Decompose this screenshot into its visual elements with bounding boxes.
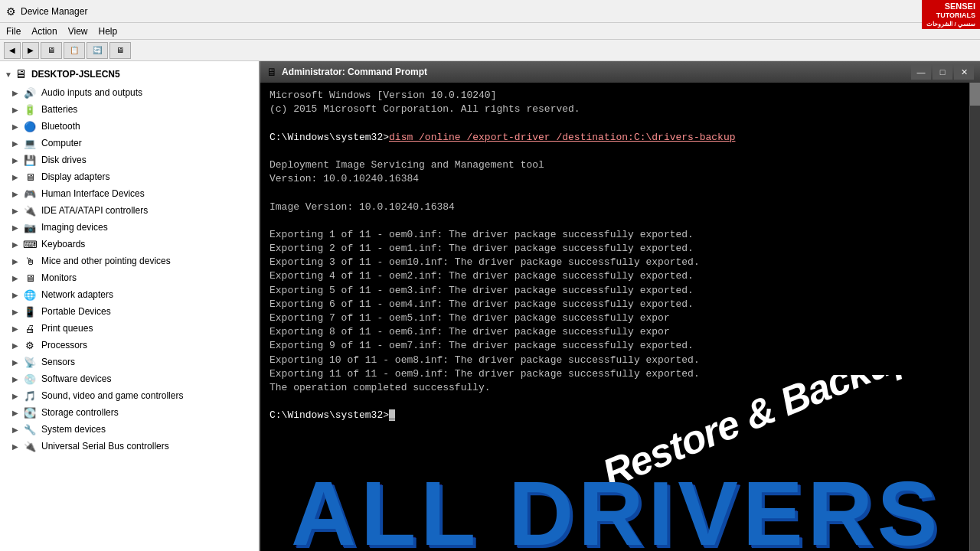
cmd-maximize-button[interactable]: □ (933, 64, 952, 80)
all-drivers-text: ALL DRIVERS (291, 468, 942, 551)
tree-item-network[interactable]: ▶ 🌐 Network adapters (0, 286, 259, 303)
icon-sound: 🎵 (23, 389, 37, 403)
tree-item-display[interactable]: ▶ 🖥 Display adapters (0, 168, 259, 185)
menu-help[interactable]: Help (99, 26, 118, 37)
menu-action[interactable]: Action (31, 26, 57, 37)
cmd-export-2: Exporting 2 of 11 - oem1.inf: The driver… (270, 242, 965, 256)
arrow-diskdrives: ▶ (12, 156, 20, 165)
arrow-keyboards: ▶ (12, 240, 20, 249)
root-label: DESKTOP-JSLECN5 (31, 69, 120, 80)
dm-panel: ▼ 🖥 DESKTOP-JSLECN5 ▶ 🔊 Audio inputs and… (0, 61, 260, 551)
icon-diskdrives: 💾 (23, 153, 37, 167)
tree-item-ide[interactable]: ▶ 🔌 IDE ATA/ATAPI controllers (0, 202, 259, 219)
cmd-line-imgver: Image Version: 10.0.10240.16384 (270, 201, 965, 214)
toolbar-btn-scan[interactable]: 🖥 (109, 42, 131, 59)
tree-item-keyboards[interactable]: ▶ ⌨ Keyboards (0, 236, 259, 253)
icon-mice: 🖱 (23, 254, 37, 268)
cmd-line-blank3 (270, 186, 965, 200)
toolbar-btn-back[interactable]: ◀ (4, 42, 21, 59)
tree-item-usb[interactable]: ▶ 🔌 Universal Serial Bus controllers (0, 438, 259, 455)
cmd-export-9: Exporting 9 of 11 - oem7.inf: The driver… (270, 339, 965, 353)
icon-monitors: 🖥 (23, 271, 37, 285)
icon-computer: 💻 (23, 136, 37, 150)
toolbar-btn-properties[interactable]: 📋 (64, 42, 85, 59)
icon-software: 💿 (23, 372, 37, 386)
cmd-export-6: Exporting 6 of 11 - oem4.inf: The driver… (270, 298, 965, 311)
dm-titlebar: ⚙ Device Manager SENSEI TUTORIALS سنسي /… (0, 0, 980, 23)
dm-root-row[interactable]: ▼ 🖥 DESKTOP-JSLECN5 (0, 64, 259, 84)
menu-file[interactable]: File (6, 26, 21, 37)
cmd-line-blank2 (270, 145, 965, 158)
tree-item-software[interactable]: ▶ 💿 Software devices (0, 370, 259, 387)
arrow-sensors: ▶ (12, 358, 20, 367)
tree-item-imaging[interactable]: ▶ 📷 Imaging devices (0, 219, 259, 236)
tree-item-mice[interactable]: ▶ 🖱 Mice and other pointing devices (0, 253, 259, 269)
arrow-bluetooth: ▶ (12, 122, 20, 131)
cmd-export-3: Exporting 3 of 11 - oem10.inf: The drive… (270, 256, 965, 269)
tree-item-sound[interactable]: ▶ 🎵 Sound, video and game controllers (0, 387, 259, 404)
cmd-titlebar: 🖥 Administrator: Command Prompt — □ ✕ (260, 61, 980, 83)
arrow-batteries: ▶ (12, 106, 20, 114)
cmd-minimize-button[interactable]: — (911, 64, 931, 80)
cmd-operation-complete: The operation completed successfully. (270, 381, 965, 395)
icon-sensors: 📡 (23, 355, 37, 369)
tree-item-computer[interactable]: ▶ 💻 Computer (0, 135, 259, 152)
sensei-tutorials: TUTORIALS (926, 11, 975, 21)
cmd-titlebar-left: 🖥 Administrator: Command Prompt (266, 66, 427, 78)
cmd-titlebar-icon: 🖥 (266, 66, 277, 78)
cmd-export-5: Exporting 5 of 11 - oem3.inf: The driver… (270, 284, 965, 298)
arrow-display: ▶ (12, 173, 20, 181)
dm-titlebar-icon: ⚙ (6, 5, 16, 18)
cmd-export-4: Exporting 4 of 11 - oem2.inf: The driver… (270, 269, 965, 283)
sensei-name: SENSEI (926, 1, 975, 11)
cmd-titlebar-text: Administrator: Command Prompt (282, 67, 427, 77)
arrow-imaging: ▶ (12, 223, 20, 232)
tree-item-hid[interactable]: ▶ 🎮 Human Interface Devices (0, 185, 259, 202)
cmd-export-7: Exporting 7 of 11 - oem5.inf: The driver… (270, 311, 965, 325)
arrow-hid: ▶ (12, 190, 20, 198)
arrow-storage: ▶ (12, 409, 20, 417)
root-expand-icon: ▼ (5, 70, 12, 79)
cmd-prompt-end: C:\Windows\system32>_ (270, 409, 965, 422)
cmd-scrollbar[interactable] (969, 83, 980, 551)
tree-item-audio[interactable]: ▶ 🔊 Audio inputs and outputs (0, 84, 259, 101)
tree-item-processors[interactable]: ▶ ⚙ Processors (0, 337, 259, 354)
tree-item-system[interactable]: ▶ 🔧 System devices (0, 421, 259, 438)
arrow-network: ▶ (12, 291, 20, 299)
tree-item-sensors[interactable]: ▶ 📡 Sensors (0, 354, 259, 370)
arrow-monitors: ▶ (12, 274, 20, 282)
tree-item-diskdrives[interactable]: ▶ 💾 Disk drives (0, 152, 259, 168)
tree-item-portable[interactable]: ▶ 📱 Portable Devices (0, 303, 259, 320)
dm-menubar: File Action View Help (0, 23, 980, 40)
cmd-line-2: (c) 2015 Microsoft Corporation. All righ… (270, 103, 965, 116)
tree-item-print[interactable]: ▶ 🖨 Print queues (0, 320, 259, 337)
icon-processors: ⚙ (23, 338, 37, 352)
cmd-export-1: Exporting 1 of 11 - oem0.inf: The driver… (270, 228, 965, 242)
arrow-software: ▶ (12, 375, 20, 383)
icon-print: 🖨 (23, 321, 37, 335)
cmd-line-dism1: Deployment Image Servicing and Managemen… (270, 158, 965, 172)
icon-keyboards: ⌨ (23, 237, 37, 251)
cmd-close-button[interactable]: ✕ (954, 64, 974, 80)
cmd-export-10: Exporting 10 of 11 - oem8.inf: The drive… (270, 354, 965, 367)
icon-storage: 💽 (23, 406, 37, 419)
root-pc-icon: 🖥 (15, 67, 27, 81)
cmd-body[interactable]: Microsoft Windows [Version 10.0.10240] (… (260, 83, 980, 551)
menu-view[interactable]: View (68, 26, 88, 37)
toolbar-btn-computer[interactable]: 🖥 (41, 42, 62, 59)
tree-item-monitors[interactable]: ▶ 🖥 Monitors (0, 269, 259, 286)
toolbar-btn-forward[interactable]: ▶ (22, 42, 39, 59)
arrow-print: ▶ (12, 324, 20, 333)
tree-item-batteries[interactable]: ▶ 🔋 Batteries (0, 101, 259, 118)
cmd-line-dism2: Version: 10.0.10240.16384 (270, 172, 965, 186)
sensei-brand: SENSEI TUTORIALS سنسي / الشروحات (922, 0, 980, 29)
icon-batteries: 🔋 (23, 103, 37, 116)
cmd-line-blank1 (270, 116, 965, 130)
tree-item-storage[interactable]: ▶ 💽 Storage controllers (0, 404, 259, 421)
toolbar-btn-update[interactable]: 🔄 (87, 42, 108, 59)
icon-network: 🌐 (23, 288, 37, 302)
cmd-window: 🖥 Administrator: Command Prompt — □ ✕ Mi… (260, 61, 980, 551)
tree-item-bluetooth[interactable]: ▶ 🔵 Bluetooth (0, 118, 259, 135)
cmd-export-8: Exporting 8 of 11 - oem6.inf: The driver… (270, 325, 965, 339)
scrollbar-thumb[interactable] (970, 83, 980, 106)
